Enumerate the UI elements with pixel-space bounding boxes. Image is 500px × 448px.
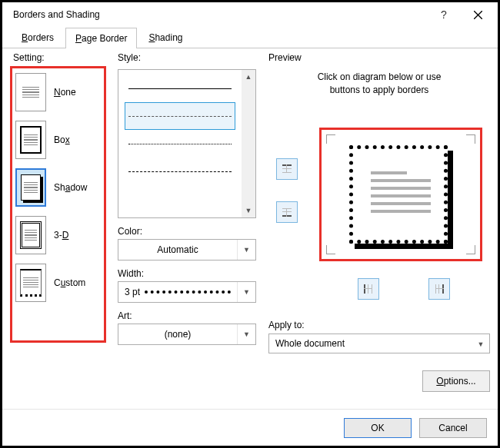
setting-label: Custom [54,277,85,288]
svg-rect-13 [364,288,372,289]
setting-shadow[interactable]: Shadow [12,164,104,211]
width-combo[interactable]: 3 pt ▼ [118,281,256,303]
preview-bottom-buttons [358,278,450,300]
style-item-dotted[interactable] [125,130,235,158]
style-scrollbar[interactable]: ▲ ▼ [242,70,255,217]
apply-to-row: Apply to: Whole document ▼ [268,320,490,353]
preview-stage[interactable] [319,128,482,261]
border-bottom-icon [281,206,293,218]
art-value: (none) [118,329,237,340]
apply-to-label: Apply to: [268,320,490,330]
art-label: Art: [118,310,256,321]
tab-page-border[interactable]: Page Border [65,28,137,48]
dialog-footer: OK Cancel [2,409,498,446]
border-right-icon [433,283,445,295]
border-top-icon [281,163,293,175]
setting-label: None [54,87,76,98]
chevron-down-icon: ▼ [472,338,489,349]
window-title: Borders and Shading [13,9,427,20]
preview-hint: Click on diagram below or use buttons to… [268,71,490,97]
width-line-sample [145,290,231,294]
border-bottom-button[interactable] [276,201,298,223]
setting-custom-thumb [15,264,46,302]
color-label: Color: [118,226,256,237]
border-left-icon [362,283,375,295]
apply-to-combo[interactable]: Whole document ▼ [268,334,490,353]
border-left-button[interactable] [358,278,379,300]
style-item-solid[interactable] [125,75,235,102]
width-label: Width: [118,268,256,279]
chevron-down-icon: ▼ [237,240,255,260]
help-button[interactable]: ? [427,3,461,26]
color-value: Automatic [118,244,237,255]
style-item-dash[interactable] [125,102,235,130]
cancel-button[interactable]: Cancel [419,418,487,438]
style-column: ▲ ▼ Color: Automatic ▼ Width: 3 pt ▼ Art… [118,66,256,345]
svg-rect-5 [286,164,287,173]
setting-label: Box [54,134,70,145]
close-button[interactable] [461,3,495,26]
settings-column: None Box Shadow 3-D Custom [10,66,106,343]
chevron-down-icon: ▼ [237,324,255,344]
border-right-button[interactable] [428,278,450,300]
options-button[interactable]: Options... [422,370,490,392]
setting-none-thumb [15,73,46,111]
preview-page [349,145,448,244]
tab-shading[interactable]: Shading [138,27,192,48]
preview-label: Preview [268,52,302,63]
scroll-up-icon[interactable]: ▲ [242,70,255,84]
scroll-down-icon[interactable]: ▼ [242,204,255,217]
setting-3d-thumb [15,216,46,254]
setting-custom[interactable]: Custom [12,259,104,307]
tab-borders[interactable]: Borders [12,27,64,48]
setting-box-thumb [15,121,46,159]
setting-shadow-thumb [15,168,46,207]
setting-label: Shadow [54,182,87,193]
style-listbox[interactable]: ▲ ▼ [118,69,256,218]
setting-label: 3-D [54,230,68,241]
chevron-down-icon: ▼ [237,282,255,302]
style-items [118,70,242,217]
preview-column: Click on diagram below or use buttons to… [268,66,490,406]
style-label: Style: [118,52,141,63]
close-icon [474,11,482,19]
border-top-button[interactable] [276,158,298,180]
settings-label: Setting: [13,52,45,63]
width-value: 3 pt [125,287,140,297]
setting-none[interactable]: None [12,68,104,116]
apply-to-value: Whole document [275,338,345,349]
setting-box[interactable]: Box [12,116,104,164]
svg-rect-17 [435,288,444,289]
art-combo[interactable]: (none) ▼ [118,324,256,345]
preview-side-buttons [276,158,298,223]
setting-3d[interactable]: 3-D [12,211,104,259]
svg-rect-9 [286,208,287,217]
tabstrip: Borders Page Border Shading [2,27,498,48]
ok-button[interactable]: OK [344,418,412,438]
dialog-body: Setting: None Box Shadow 3-D Custom [10,52,490,406]
style-item-dash-wide[interactable] [125,158,235,185]
color-combo[interactable]: Automatic ▼ [118,239,256,261]
titlebar: Borders and Shading ? [2,2,498,27]
dialog-window: Borders and Shading ? Borders Page Borde… [0,0,500,448]
